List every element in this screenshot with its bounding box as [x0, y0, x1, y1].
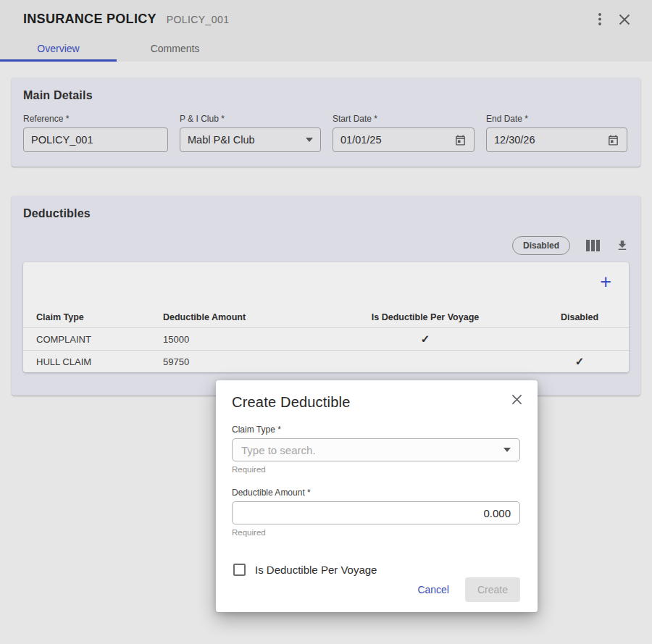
columns-icon[interactable] — [586, 240, 600, 251]
policy-reference-subtitle: POLICY_001 — [167, 14, 230, 25]
deductible-amount-value[interactable] — [241, 507, 511, 519]
main-details-card: Main Details Reference * P & I Club * — [12, 78, 640, 167]
deductibles-table: + Claim Type Deductible Amount Is Deduct… — [23, 262, 629, 372]
titlebar: INSURANCE POLICY POLICY_001 — [0, 12, 652, 30]
end-date-field: End Date * — [486, 114, 627, 152]
pi-club-label: P & I Club * — [180, 114, 321, 124]
deductibles-card: Deductibles Disabled + Claim Type Deduct… — [12, 196, 640, 396]
grid-controls: Disabled — [23, 236, 629, 255]
per-voyage-checkbox[interactable] — [233, 564, 246, 576]
calendar-icon[interactable] — [450, 134, 467, 146]
kebab-menu-icon[interactable] — [598, 13, 601, 25]
end-date-input-value[interactable] — [494, 134, 603, 146]
start-date-input-value[interactable] — [340, 134, 450, 146]
claim-type-label: Claim Type * — [232, 425, 520, 435]
create-deductible-modal: Create Deductible Claim Type * Required … — [216, 380, 538, 612]
tab-comments[interactable]: Comments — [117, 37, 233, 62]
modal-close-icon[interactable] — [511, 394, 522, 405]
table-row[interactable]: HULL CLAIM 59750 ✓ — [23, 350, 629, 372]
col-header-deductible-amount[interactable]: Deductible Amount — [163, 312, 307, 322]
end-date-input[interactable] — [486, 127, 627, 152]
insurance-policy-dialog: INSURANCE POLICY POLICY_001 Overview Com… — [0, 0, 652, 644]
start-date-label: Start Date * — [333, 114, 475, 124]
reference-field: Reference * — [23, 114, 168, 152]
close-icon[interactable] — [619, 14, 630, 25]
check-icon: ✓ — [307, 333, 543, 346]
cell-claim-type: COMPLAINT — [36, 334, 163, 345]
chevron-down-icon[interactable] — [301, 138, 313, 142]
table-header-row: Claim Type Deductible Amount Is Deductib… — [23, 307, 629, 327]
pi-club-select[interactable] — [180, 127, 321, 152]
chevron-down-icon[interactable] — [499, 448, 511, 452]
deductible-amount-label: Deductible Amount * — [232, 488, 520, 498]
main-details-heading: Main Details — [23, 89, 629, 102]
modal-actions: Cancel Create — [417, 577, 520, 602]
modal-title: Create Deductible — [232, 394, 520, 411]
start-date-input[interactable] — [333, 127, 475, 152]
per-voyage-checkbox-label: Is Deductible Per Voyage — [255, 564, 377, 576]
start-date-field: Start Date * — [333, 114, 475, 152]
deductible-amount-input[interactable] — [232, 501, 520, 524]
claim-type-required-hint: Required — [232, 465, 520, 474]
download-icon[interactable] — [616, 239, 629, 252]
table-row[interactable]: COMPLAINT 15000 ✓ — [23, 327, 629, 350]
col-header-disabled[interactable]: Disabled — [543, 312, 616, 322]
dialog-header: INSURANCE POLICY POLICY_001 Overview Com… — [0, 0, 652, 62]
end-date-label: End Date * — [486, 114, 627, 124]
reference-input-value[interactable] — [31, 134, 160, 146]
claim-type-select[interactable] — [232, 438, 520, 461]
col-header-claim-type[interactable]: Claim Type — [36, 312, 163, 322]
cell-amount: 15000 — [163, 334, 307, 345]
check-icon: ✓ — [543, 355, 616, 368]
deductibles-heading: Deductibles — [23, 207, 629, 220]
tab-bar: Overview Comments — [0, 37, 652, 62]
col-header-per-voyage[interactable]: Is Deductible Per Voyage — [307, 312, 543, 322]
reference-input[interactable] — [23, 127, 168, 152]
calendar-icon[interactable] — [603, 134, 619, 146]
amount-required-hint: Required — [232, 528, 520, 537]
page-title: INSURANCE POLICY — [23, 12, 156, 27]
overview-content: Main Details Reference * P & I Club * — [0, 62, 652, 396]
add-deductible-button[interactable]: + — [600, 272, 611, 292]
tab-overview[interactable]: Overview — [0, 37, 117, 62]
table-toolbar: + — [23, 262, 629, 307]
disabled-filter-chip[interactable]: Disabled — [512, 236, 570, 255]
reference-label: Reference * — [23, 114, 168, 124]
pi-club-field: P & I Club * — [180, 114, 321, 152]
cell-claim-type: HULL CLAIM — [36, 356, 163, 367]
create-button[interactable]: Create — [465, 577, 520, 602]
claim-type-search-input[interactable] — [241, 444, 499, 456]
cancel-button[interactable]: Cancel — [417, 584, 449, 595]
pi-club-select-value[interactable] — [188, 134, 301, 146]
per-voyage-checkbox-row: Is Deductible Per Voyage — [233, 564, 520, 576]
cell-amount: 59750 — [163, 356, 307, 367]
